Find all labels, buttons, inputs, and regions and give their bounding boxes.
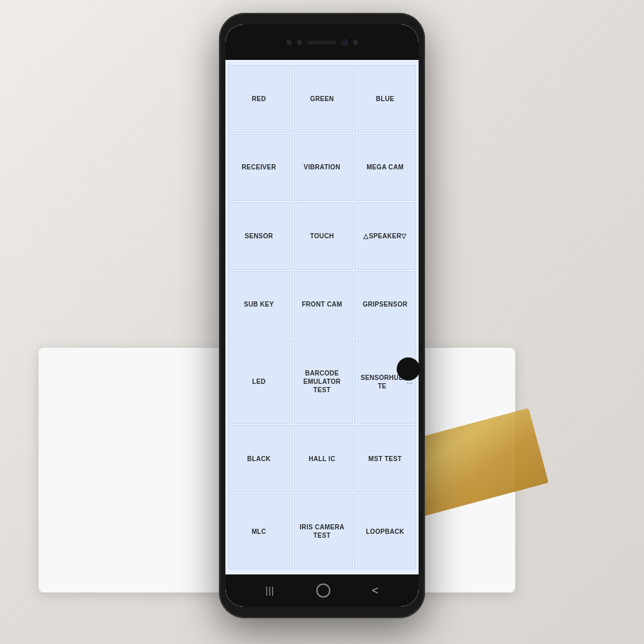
btn-vibration[interactable]: VIBRATION <box>291 134 353 202</box>
btn-sub-key[interactable]: SUB KEY <box>228 271 290 339</box>
home-button[interactable] <box>316 583 330 598</box>
btn-sensor[interactable]: SENSOR <box>228 202 290 270</box>
btn-loopback[interactable]: LOOPBACK <box>354 493 416 569</box>
btn-red[interactable]: RED <box>228 65 290 133</box>
btn-mlc[interactable]: MLC <box>228 493 290 569</box>
btn-front-cam[interactable]: FRONT CAM <box>291 271 353 339</box>
btn-speaker[interactable]: △SPEAKER▽ <box>354 202 416 270</box>
btn-hall-ic[interactable]: HALL IC <box>291 425 353 493</box>
dot-3 <box>353 40 358 45</box>
btn-sensorhub[interactable]: SENSORHUB TE... <box>354 339 416 424</box>
phone-container: RED GREEN BLUE RECEIVER VIBRATION MEGA C… <box>219 13 425 618</box>
btn-black[interactable]: BLACK <box>228 425 290 493</box>
btn-touch[interactable]: TOUCH <box>291 202 353 270</box>
btn-mst-test[interactable]: MST TEST <box>354 425 416 493</box>
phone-top-bar <box>225 24 419 60</box>
btn-green[interactable]: GREEN <box>291 65 353 133</box>
test-grid: RED GREEN BLUE RECEIVER VIBRATION MEGA C… <box>228 65 416 569</box>
screen: RED GREEN BLUE RECEIVER VIBRATION MEGA C… <box>225 24 419 607</box>
back-button[interactable]: < <box>372 584 379 598</box>
screen-content: RED GREEN BLUE RECEIVER VIBRATION MEGA C… <box>225 60 419 574</box>
earpiece-speaker <box>307 41 336 44</box>
btn-led[interactable]: LED <box>228 339 290 424</box>
btn-receiver[interactable]: RECEIVER <box>228 134 290 202</box>
bottom-navigation: ||| < <box>225 574 419 607</box>
recents-button[interactable]: ||| <box>265 585 274 596</box>
dot-2 <box>297 40 302 45</box>
scene: RED GREEN BLUE RECEIVER VIBRATION MEGA C… <box>0 0 644 644</box>
phone-body: RED GREEN BLUE RECEIVER VIBRATION MEGA C… <box>219 13 425 618</box>
side-button-circle <box>397 357 420 381</box>
btn-barcode-emulator[interactable]: BARCODEEMULATOR TEST <box>291 339 353 424</box>
btn-gripsensor[interactable]: GRIPSENSOR <box>354 271 416 339</box>
btn-blue[interactable]: BLUE <box>354 65 416 133</box>
btn-iris-camera[interactable]: IRIS CAMERATEST <box>291 493 353 569</box>
front-camera-lens <box>341 39 348 46</box>
dot-1 <box>287 40 292 45</box>
btn-mega-cam[interactable]: MEGA CAM <box>354 134 416 202</box>
